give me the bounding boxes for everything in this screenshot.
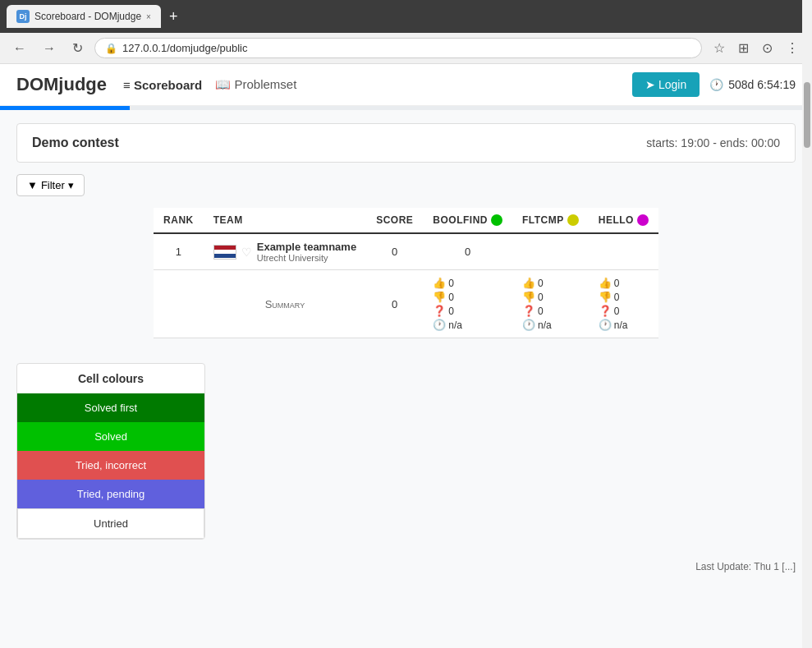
- stat-pending-val: 0: [448, 306, 454, 317]
- thumbs-down-icon: 👎: [433, 291, 446, 303]
- menu-button[interactable]: ⋮: [781, 39, 804, 57]
- cell-score2: 0: [423, 233, 512, 270]
- filter-label: Filter: [41, 179, 65, 191]
- nav-scoreboard[interactable]: ≡ Scoreboard: [123, 78, 202, 92]
- active-tab[interactable]: Dj Scoreboard - DOMjudge ×: [7, 5, 161, 28]
- cell-summary-score: 0: [366, 270, 423, 338]
- address-text: 127.0.0.1/domjudge/public: [122, 42, 248, 54]
- stat-incorrect-fltcmp: 👎 0: [522, 291, 544, 303]
- fltcmp-dot: [567, 214, 579, 226]
- prob-header-hello: HELLO: [599, 214, 649, 226]
- back-button[interactable]: ←: [8, 39, 31, 57]
- col-hello: HELLO: [589, 208, 658, 233]
- tab-favicon: Dj: [16, 10, 30, 23]
- timer-value: 508d 6:54:19: [728, 78, 796, 91]
- stat-pending: ❓ 0: [433, 305, 454, 317]
- stat-incorrect: 👎 0: [433, 291, 454, 303]
- tab-close-button[interactable]: ×: [146, 12, 151, 21]
- table-row: 1 ♡ Example teamname: [154, 233, 658, 270]
- hello-dot: [637, 214, 649, 226]
- cell-colours-legend: Cell colours Solved first Solved Tried, …: [16, 363, 205, 540]
- heart-icon[interactable]: ♡: [241, 246, 252, 259]
- summary-stat-hello: 👍 0 👎 0 ❓ 0: [599, 277, 649, 331]
- refresh-button[interactable]: ↻: [67, 39, 88, 57]
- lock-icon: 🔒: [105, 43, 117, 54]
- app-logo: DOMjudge: [16, 74, 107, 95]
- bookmark-button[interactable]: ☆: [709, 39, 730, 57]
- legend-solved: Solved: [17, 422, 204, 451]
- scrollbar-track[interactable]: [802, 0, 812, 591]
- app-header: DOMjudge ≡ Scoreboard 📖 Problemset ➤ Log…: [0, 64, 812, 106]
- col-team: TEAM: [204, 208, 366, 233]
- team-affiliation: Utrecht University: [257, 253, 356, 263]
- scoreboard-wrapper: RANK TEAM SCORE BOOLFIND FLTCMP: [16, 208, 796, 338]
- stat-time-val: n/a: [448, 319, 462, 331]
- stat-incorrect-val: 0: [448, 292, 454, 303]
- profile-button[interactable]: ⊙: [757, 39, 778, 57]
- cell-fltcmp: [589, 233, 658, 270]
- team-name: Example teamname: [257, 241, 356, 253]
- stat-correct-hello: 👍 0: [599, 277, 620, 289]
- scoreboard-table: RANK TEAM SCORE BOOLFIND FLTCMP: [154, 208, 658, 338]
- nav-actions: ☆ ⊞ ⊙ ⋮: [709, 39, 804, 57]
- cell-summary-boolfind: 👍 0 👎 0 ❓ 0: [423, 270, 512, 338]
- summary-stat-boolfind: 👍 0 👎 0 ❓ 0: [433, 277, 502, 331]
- col-boolfind: BOOLFIND: [423, 208, 512, 233]
- legend-tried-incorrect: Tried, incorrect: [17, 451, 204, 480]
- question-icon: ❓: [433, 305, 446, 317]
- filter-caret: ▾: [68, 179, 74, 191]
- cell-summary-label: Summary: [204, 270, 366, 338]
- timer-display: 🕐 508d 6:54:19: [709, 78, 796, 91]
- address-bar[interactable]: 🔒 127.0.0.1/domjudge/public: [94, 38, 702, 58]
- stat-correct-fltcmp: 👍 0: [522, 277, 544, 289]
- cell-summary-fltcmp: 👍 0 👎 0 ❓ 0: [512, 270, 589, 338]
- stat-correct: 👍 0: [433, 277, 454, 289]
- stat-time-fltcmp: 🕐 n/a: [522, 319, 552, 331]
- contest-title: Demo contest: [32, 136, 119, 150]
- browser-chrome: Dj Scoreboard - DOMjudge × +: [0, 0, 812, 33]
- legend-untried: Untried: [17, 508, 204, 539]
- clock-icon: 🕐: [433, 319, 446, 331]
- thumbs-up-icon: 👍: [433, 277, 446, 289]
- stat-time: 🕐 n/a: [433, 319, 462, 331]
- nav-problemset[interactable]: 📖 Problemset: [215, 77, 296, 92]
- cell-rank: 1: [154, 233, 204, 270]
- main-content: Demo contest starts: 19:00 - ends: 00:00…: [0, 110, 812, 591]
- last-update: Last Update: Thu 1 [...]: [16, 556, 796, 577]
- new-tab-button[interactable]: +: [164, 8, 183, 25]
- dutch-flag: [213, 245, 236, 260]
- header-right: ➤ Login 🕐 508d 6:54:19: [632, 72, 796, 97]
- legend-title: Cell colours: [17, 364, 204, 393]
- col-fltcmp: FLTCMP: [512, 208, 589, 233]
- filter-icon: ▼: [27, 179, 38, 191]
- stat-pending-fltcmp: ❓ 0: [522, 305, 544, 317]
- login-button[interactable]: ➤ Login: [632, 72, 700, 97]
- stat-time-hello: 🕐 n/a: [599, 319, 628, 331]
- summary-row: Summary 0 👍 0 👎 0: [154, 270, 658, 338]
- legend-solved-first: Solved first: [17, 393, 204, 422]
- stat-incorrect-hello: 👎 0: [599, 291, 620, 303]
- scrollbar-thumb[interactable]: [804, 82, 810, 148]
- stat-correct-val: 0: [448, 278, 454, 289]
- app-nav: ≡ Scoreboard 📖 Problemset: [123, 77, 296, 92]
- legend-tried-pending: Tried, pending: [17, 480, 204, 508]
- hello-label: HELLO: [599, 214, 634, 226]
- cell-boolfind: [512, 233, 589, 270]
- cell-team: ♡ Example teamname Utrecht University: [204, 233, 366, 270]
- browser-nav-bar: ← → ↻ 🔒 127.0.0.1/domjudge/public ☆ ⊞ ⊙ …: [0, 33, 812, 64]
- cell-score1: 0: [366, 233, 423, 270]
- forward-button[interactable]: →: [38, 39, 61, 57]
- cell-summary-hello: 👍 0 👎 0 ❓ 0: [589, 270, 658, 338]
- team-info: Example teamname Utrecht University: [257, 241, 356, 263]
- timer-icon: 🕐: [709, 78, 723, 91]
- contest-header: Demo contest starts: 19:00 - ends: 00:00: [16, 123, 796, 163]
- filter-button[interactable]: ▼ Filter ▾: [16, 174, 85, 196]
- extensions-button[interactable]: ⊞: [733, 39, 754, 57]
- summary-stat-fltcmp: 👍 0 👎 0 ❓ 0: [522, 277, 579, 331]
- boolfind-dot: [491, 214, 502, 226]
- last-update-text: Last Update: Thu 1 [...]: [695, 561, 796, 572]
- tab-title: Scoreboard - DOMjudge: [34, 11, 141, 22]
- col-score: SCORE: [366, 208, 423, 233]
- team-flags: ♡ Example teamname Utrecht University: [213, 241, 356, 263]
- boolfind-label: BOOLFIND: [433, 214, 488, 226]
